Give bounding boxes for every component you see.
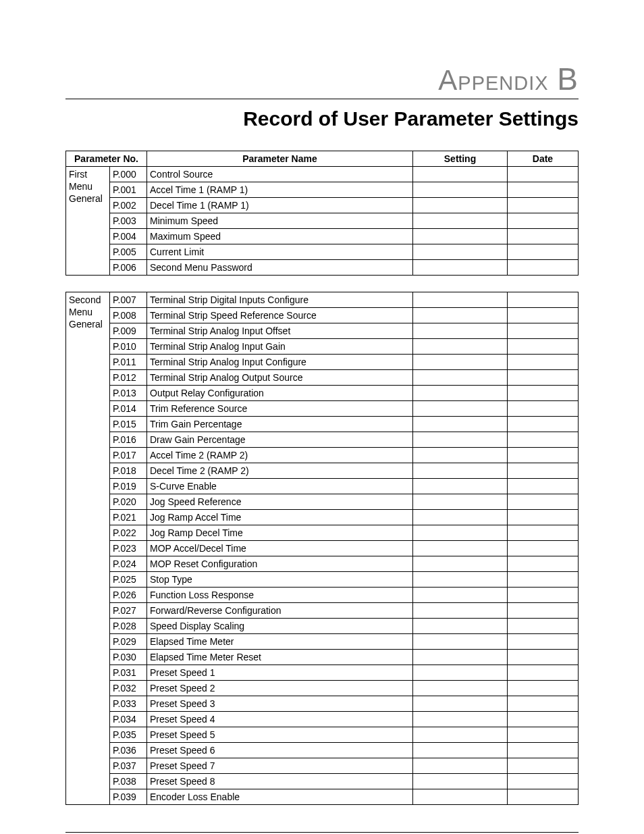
cell-param-name: Terminal Strip Analog Input Offset [147,323,413,339]
table-row: P.021Jog Ramp Accel Time [66,510,579,525]
cell-param-name: Control Source [147,167,413,182]
cell-param-no: P.029 [110,634,147,650]
cell-param-no: P.037 [110,758,147,774]
cell-param-no: P.022 [110,525,147,541]
cell-date [508,572,579,588]
cell-param-name: Stop Type [147,572,413,588]
cell-param-no: P.002 [110,198,147,213]
table-row: P.020Jog Speed Reference [66,494,579,510]
cell-param-no: P.030 [110,650,147,665]
cell-date [508,182,579,198]
cell-date [508,619,579,634]
table-row: P.026Function Loss Response [66,588,579,603]
header-setting: Setting [413,151,508,167]
cell-param-no: P.009 [110,323,147,339]
cell-setting [413,494,508,510]
header-param-name: Parameter Name [147,151,413,167]
header-param-no: Parameter No. [66,151,147,167]
cell-param-no: P.025 [110,572,147,588]
cell-param-name: Terminal Strip Analog Input Gain [147,339,413,355]
cell-setting [413,182,508,198]
cell-setting [413,323,508,339]
cell-param-name: Terminal Strip Speed Reference Source [147,308,413,323]
cell-param-no: P.039 [110,789,147,805]
cell-param-no: P.008 [110,308,147,323]
cell-date [508,712,579,727]
cell-date [508,463,579,479]
cell-setting [413,556,508,572]
cell-date [508,417,579,432]
cell-param-name: Preset Speed 3 [147,696,413,712]
cell-setting [413,370,508,386]
cell-setting [413,541,508,556]
cell-setting [413,665,508,681]
cell-param-name: Current Limit [147,244,413,260]
cell-param-no: P.015 [110,417,147,432]
cell-setting [413,198,508,213]
cell-setting [413,417,508,432]
cell-setting [413,463,508,479]
table-row: P.025Stop Type [66,572,579,588]
table-row: P.024MOP Reset Configuration [66,556,579,572]
cell-setting [413,167,508,182]
cell-setting [413,292,508,308]
cell-setting [413,244,508,260]
cell-setting [413,448,508,463]
table-row: P.017Accel Time 2 (RAMP 2) [66,448,579,463]
cell-date [508,386,579,401]
cell-date [508,510,579,525]
cell-setting [413,727,508,743]
cell-param-name: Preset Speed 8 [147,774,413,789]
cell-param-name: Draw Gain Percentage [147,432,413,448]
cell-param-name: Encoder Loss Enable [147,789,413,805]
table-row: P.014Trim Reference Source [66,401,579,417]
table-row: P.012Terminal Strip Analog Output Source [66,370,579,386]
table-row: P.016Draw Gain Percentage [66,432,579,448]
cell-setting [413,401,508,417]
cell-param-name: Jog Ramp Decel Time [147,525,413,541]
cell-setting [413,355,508,370]
cell-param-name: MOP Accel/Decel Time [147,541,413,556]
cell-param-no: P.035 [110,727,147,743]
table-row: P.039Encoder Loss Enable [66,789,579,805]
cell-param-no: P.001 [110,182,147,198]
table-row: P.013Output Relay Configuration [66,386,579,401]
cell-param-no: P.018 [110,463,147,479]
cell-param-name: Accel Time 1 (RAMP 1) [147,182,413,198]
cell-setting [413,789,508,805]
appendix-title: Appendix B [65,61,579,99]
header-date: Date [508,151,579,167]
cell-param-name: Terminal Strip Digital Inputs Configure [147,292,413,308]
cell-date [508,525,579,541]
table-row: P.011Terminal Strip Analog Input Configu… [66,355,579,370]
cell-param-name: Jog Speed Reference [147,494,413,510]
table-row: P.002Decel Time 1 (RAMP 1) [66,198,579,213]
cell-date [508,308,579,323]
cell-param-name: Elapsed Time Meter Reset [147,650,413,665]
cell-param-name: Preset Speed 4 [147,712,413,727]
table-row: P.009Terminal Strip Analog Input Offset [66,323,579,339]
cell-param-name: Forward/Reverse Configuration [147,603,413,619]
cell-param-no: P.016 [110,432,147,448]
cell-param-name: Trim Reference Source [147,401,413,417]
table-row: P.015Trim Gain Percentage [66,417,579,432]
cell-date [508,494,579,510]
cell-date [508,727,579,743]
cell-date [508,292,579,308]
table-row: P.031Preset Speed 1 [66,665,579,681]
table-row: P.028Speed Display Scaling [66,619,579,634]
table-row: P.032Preset Speed 2 [66,681,579,696]
table-row: P.033Preset Speed 3 [66,696,579,712]
cell-date [508,370,579,386]
table-row: SecondMenuGeneralP.007Terminal Strip Dig… [66,292,579,308]
table-gap [65,276,579,292]
section-title: Record of User Parameter Settings [65,107,579,130]
cell-param-name: Terminal Strip Analog Input Configure [147,355,413,370]
cell-param-no: P.006 [110,260,147,276]
cell-date [508,634,579,650]
cell-param-name: Decel Time 1 (RAMP 1) [147,198,413,213]
cell-setting [413,619,508,634]
table-row: FirstMenuGeneralP.000Control Source [66,167,579,182]
cell-date [508,448,579,463]
cell-param-name: Function Loss Response [147,588,413,603]
